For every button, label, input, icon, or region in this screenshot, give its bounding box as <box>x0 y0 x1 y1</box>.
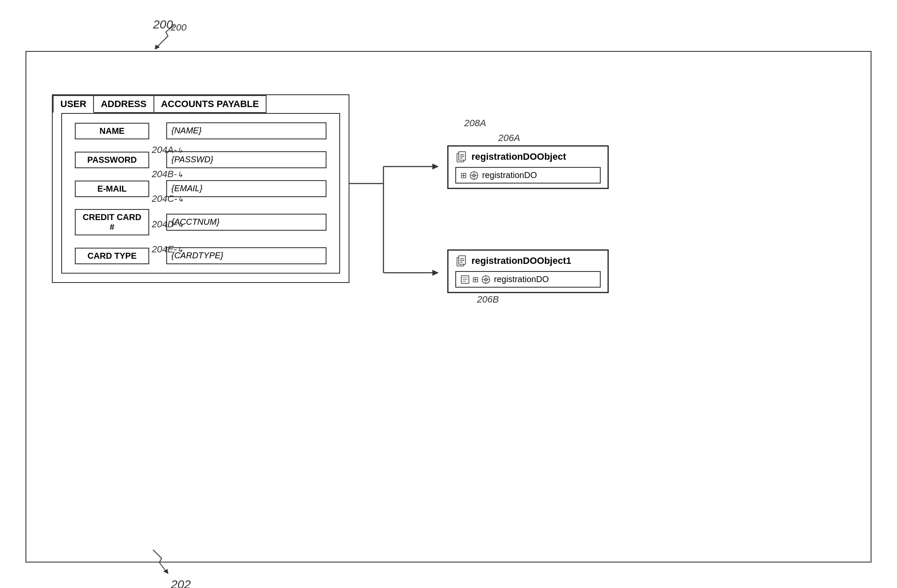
svg-marker-3 <box>432 164 439 170</box>
label-card-type: CARD TYPE <box>75 248 149 264</box>
tabs-row: USER ADDRESS ACCOUNTS PAYABLE <box>53 95 349 113</box>
label-email: E-MAIL <box>75 181 149 197</box>
form-row-password: PASSWORD {PASSWD} <box>75 151 326 168</box>
ref-204a: 204A‑↳ <box>152 144 183 155</box>
do-box-b-item: ⊞ registrationDO <box>455 271 601 288</box>
form-panel: USER ADDRESS ACCOUNTS PAYABLE NAME {NAME… <box>52 94 349 283</box>
ref-204b: 204B‑↳ <box>152 169 183 180</box>
do-box-a: registrationDOObject ⊞ registrationDO <box>447 145 609 189</box>
ref-206a: 206A <box>498 133 520 144</box>
outer-diagram-container: 200 USER ADDRESS ACCOUNTS PAYABLE NAME {… <box>26 51 871 563</box>
tab-user[interactable]: USER <box>53 95 94 113</box>
do-box-b-item-text: registrationDO <box>494 274 549 284</box>
inner-form: NAME {NAME} PASSWORD {PASSWD} E-MAIL {EM… <box>61 113 340 274</box>
input-password[interactable]: {PASSWD} <box>166 151 326 168</box>
svg-marker-27 <box>155 45 160 50</box>
form-row-card-type: CARD TYPE {CARDTYPE} <box>75 247 326 264</box>
copy-icon-a <box>455 151 467 163</box>
ref-208a: 208A <box>464 118 486 129</box>
expand-icon-a: ⊞ <box>460 171 467 180</box>
do-box-a-title: registrationDOObject <box>455 151 601 163</box>
do-box-a-title-text: registrationDOObject <box>471 151 566 162</box>
input-credit-card[interactable]: {ACCTNUM} <box>166 214 326 231</box>
label-200-outer: 200 <box>153 18 173 31</box>
svg-rect-16 <box>459 256 466 264</box>
ref-204e: 204E‑↳ <box>152 244 183 255</box>
ref-204d: 204D‑↳ <box>152 219 184 230</box>
label-password: PASSWORD <box>75 152 149 168</box>
interface-icon-b <box>481 275 491 284</box>
label-credit-card: CREDIT CARD # <box>75 209 149 235</box>
label-name: NAME <box>75 123 149 139</box>
form-row-name: NAME {NAME} <box>75 122 326 139</box>
ref-206b: 206B <box>477 294 499 305</box>
ref-204c: 204C‑↳ <box>152 193 184 204</box>
do-box-b-title: registrationDOObject1 <box>455 255 601 267</box>
input-name[interactable]: {NAME} <box>166 122 326 139</box>
label-200: 200 <box>171 22 187 33</box>
tab-address[interactable]: ADDRESS <box>93 95 154 113</box>
do-box-b-title-text: registrationDOObject1 <box>471 255 571 266</box>
svg-marker-6 <box>432 270 439 276</box>
input-card-type[interactable]: {CARDTYPE} <box>166 247 326 264</box>
do-box-a-item: ⊞ registrationDO <box>455 167 601 184</box>
input-email[interactable]: {EMAIL} <box>166 180 326 197</box>
list-icon-b <box>460 275 470 284</box>
do-box-a-item-text: registrationDO <box>482 170 537 180</box>
label-202: 202 <box>171 578 191 588</box>
form-row-email: E-MAIL {EMAIL} <box>75 180 326 197</box>
copy-icon-b <box>455 255 467 267</box>
form-row-credit-card: CREDIT CARD # {ACCTNUM} <box>75 209 326 235</box>
expand-icon-b: ⊞ <box>472 275 479 284</box>
svg-rect-8 <box>459 152 466 160</box>
interface-icon-a <box>469 171 479 180</box>
tab-accounts-payable[interactable]: ACCOUNTS PAYABLE <box>153 95 267 113</box>
svg-marker-28 <box>163 569 168 574</box>
do-box-b: registrationDOObject1 ⊞ re <box>447 249 609 293</box>
